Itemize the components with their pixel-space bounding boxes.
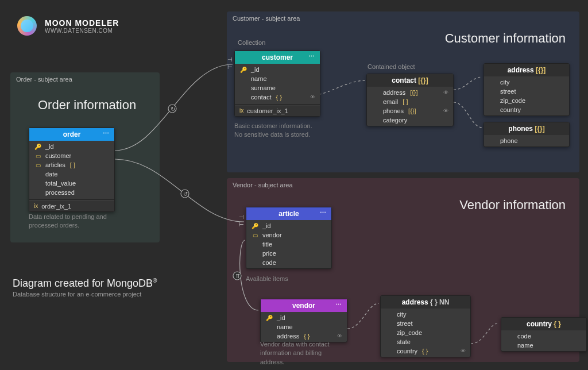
field-row[interactable]: title — [246, 240, 331, 249]
field-type-suffix: [{}] — [408, 107, 416, 114]
field-row[interactable]: zip_code — [484, 96, 569, 105]
field-name: name — [251, 75, 267, 82]
key-icon: 🔑 — [251, 223, 259, 229]
entity-name: order — [63, 130, 81, 138]
field-name: vendor — [262, 232, 282, 238]
field-row[interactable]: category — [367, 115, 453, 125]
field-row[interactable]: name — [501, 341, 586, 350]
field-row[interactable]: ▭articles[ ] — [29, 160, 114, 169]
entity-header[interactable]: order ⋯ — [29, 128, 114, 141]
entity-name: phones — [508, 125, 533, 133]
visibility-icon[interactable]: 👁 — [337, 333, 342, 339]
field-row[interactable]: street — [484, 87, 569, 96]
entity-header[interactable]: address [{}] — [484, 64, 569, 76]
entity-name: article — [278, 210, 299, 218]
entity-header[interactable]: country { } — [501, 318, 586, 330]
field-name: street — [397, 320, 413, 327]
field-row[interactable]: state — [381, 337, 470, 346]
field-row[interactable]: phones[{}]👁 — [367, 106, 453, 115]
brand-subtitle: WWW.DATENSEN.COM — [45, 28, 119, 34]
entity-phones[interactable]: phones [{}] phone — [483, 122, 570, 147]
field-row[interactable]: street — [381, 319, 470, 328]
entity-header[interactable]: address { } NN — [381, 296, 470, 309]
svg-point-0 — [168, 105, 176, 113]
field-name: phones — [383, 107, 404, 114]
field-row[interactable]: address{ }👁 — [261, 332, 347, 341]
field-row[interactable]: ▭customer — [29, 151, 114, 160]
entity-header[interactable]: vendor ⋯ — [261, 299, 347, 312]
field-row[interactable]: date — [29, 169, 114, 179]
area-title: Customer information — [445, 31, 566, 46]
entity-header[interactable]: article ⋯ — [246, 207, 331, 220]
index-row: ixcustomer_ix_1 — [235, 106, 320, 116]
field-row[interactable]: address[{}]👁 — [367, 88, 453, 97]
entity-address-customer[interactable]: address [{}] citystreetzip_codecountry — [483, 63, 570, 116]
field-row[interactable]: ▭vendor — [246, 230, 331, 240]
svg-text:↺: ↺ — [183, 191, 188, 197]
visibility-icon[interactable]: 👁 — [461, 348, 466, 354]
field-name: state — [397, 338, 411, 345]
entity-name: address — [402, 298, 428, 306]
entity-address-vendor[interactable]: address { } NN citystreetzip_codestateco… — [380, 295, 471, 357]
field-row[interactable]: processed — [29, 188, 114, 197]
field-name: _id — [277, 314, 285, 321]
entity-article[interactable]: article ⋯ 🔑_id▭vendortitlepricecode — [246, 207, 332, 269]
field-row[interactable]: city — [484, 78, 569, 87]
entity-header[interactable]: contact [{}] — [367, 74, 453, 87]
entity-header[interactable]: phones [{}] — [484, 122, 569, 135]
field-row[interactable]: 🔑_id — [261, 313, 347, 322]
more-icon[interactable]: ⋯ — [320, 209, 327, 217]
field-row[interactable]: name — [235, 74, 320, 83]
field-row[interactable]: email[ ] — [367, 97, 453, 106]
field-type-suffix: [{}] — [410, 89, 417, 96]
field-row[interactable]: price — [246, 249, 331, 258]
area-label: Customer - subject area — [233, 15, 300, 22]
field-row[interactable]: 🔑_id — [29, 142, 114, 151]
ref-icon: ▭ — [34, 153, 42, 159]
entity-name: address — [508, 66, 534, 74]
key-icon: 🔑 — [265, 315, 273, 321]
field-row[interactable]: country — [484, 105, 569, 114]
visibility-icon[interactable]: 👁 — [310, 94, 315, 100]
field-row[interactable]: zip_code — [381, 328, 470, 337]
entity-name: country — [527, 320, 552, 328]
field-row[interactable]: 🔑_id — [246, 221, 331, 230]
entity-caption: Vendor data with contact information and… — [260, 340, 329, 367]
entity-name: customer — [262, 53, 293, 61]
visibility-icon[interactable]: 👁 — [443, 108, 448, 114]
field-row[interactable]: 🔑_id — [235, 65, 320, 74]
field-row[interactable]: phone — [484, 136, 569, 145]
field-row[interactable]: contact{ }👁 — [235, 92, 320, 102]
area-label: Vendor - subject area — [233, 182, 293, 188]
visibility-icon[interactable]: 👁 — [443, 90, 448, 95]
more-icon[interactable]: ⋯ — [335, 301, 342, 309]
field-row[interactable]: name — [261, 322, 347, 332]
field-name: email — [383, 98, 398, 105]
entity-name: vendor — [292, 302, 315, 310]
section-label-collection: Collection — [238, 39, 265, 46]
field-name: address — [383, 89, 405, 96]
logo-icon — [17, 16, 37, 36]
field-row[interactable]: total_value — [29, 179, 114, 188]
svg-point-4 — [181, 190, 189, 198]
field-name: country — [397, 348, 417, 354]
entity-caption: Basic customer information. No sensitive… — [234, 122, 312, 140]
field-type-suffix: { } — [304, 333, 310, 340]
field-row[interactable]: country{ }👁 — [381, 346, 470, 356]
entity-contact[interactable]: contact [{}] address[{}]👁email[ ]phones[… — [366, 74, 454, 126]
more-icon[interactable]: ⋯ — [103, 130, 110, 137]
more-icon[interactable]: ⋯ — [308, 53, 315, 60]
entity-order[interactable]: order ⋯ 🔑_id▭customer▭articles[ ]datetot… — [29, 128, 115, 212]
field-row[interactable]: city — [381, 310, 470, 319]
field-name: price — [262, 250, 276, 257]
field-row[interactable]: code — [246, 258, 331, 267]
entity-header[interactable]: customer ⋯ — [235, 51, 320, 64]
field-row[interactable]: surname — [235, 83, 320, 92]
entity-customer[interactable]: customer ⋯ 🔑_idnamesurnamecontact{ }👁 ix… — [234, 51, 320, 117]
entity-country[interactable]: country { } codename — [501, 317, 587, 352]
entity-vendor[interactable]: vendor ⋯ 🔑_idnameaddress{ }👁 — [260, 299, 347, 342]
field-name: name — [517, 342, 533, 349]
field-row[interactable]: code — [501, 332, 586, 341]
footer-subtitle: Database structure for an e-commerce pro… — [13, 291, 157, 298]
field-type-suffix: [ ] — [70, 161, 75, 168]
